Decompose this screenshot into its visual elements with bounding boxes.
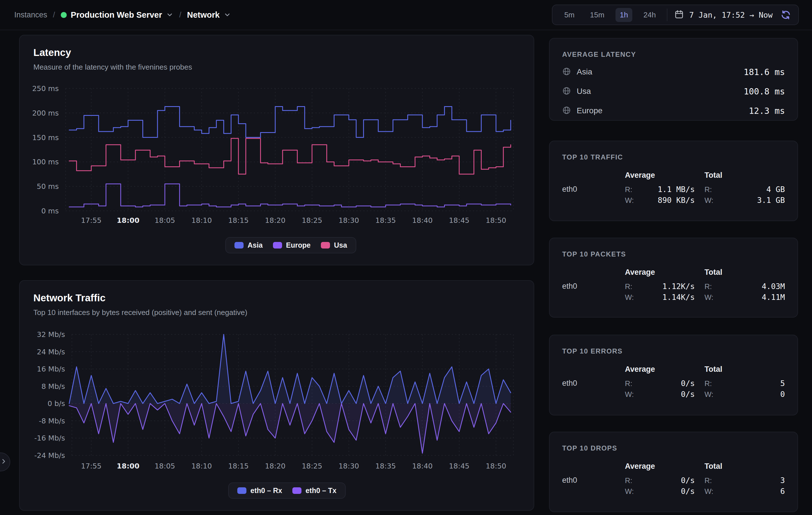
column-header-total: Total — [704, 171, 785, 183]
top10-table: Average Total eth0 R:1.12K/s R:4.03M W:1… — [562, 268, 785, 302]
rx-swatch — [237, 487, 246, 494]
legend-item-asia[interactable]: Asia — [234, 241, 263, 249]
legend-item-europe[interactable]: Europe — [273, 241, 311, 249]
top10-traffic-panel: TOP 10 TRAFFIC Average Total eth0 R:1.1 … — [549, 141, 798, 221]
instance-selector[interactable]: Production Web Server — [61, 10, 173, 20]
chevron-down-icon — [166, 11, 173, 19]
total-read: R:4.03M — [704, 282, 785, 291]
legend-item-usa[interactable]: Usa — [321, 241, 347, 249]
traffic-chart-area[interactable] — [72, 332, 515, 458]
avg-latency-row-europe: Europe 12.3 ms — [562, 105, 785, 117]
legend-item-eth0-tx[interactable]: eth0 – Tx — [292, 486, 336, 495]
breadcrumb-instances[interactable]: Instances — [14, 10, 47, 20]
latency-subtitle: Measure of the latency with the fivenine… — [33, 63, 533, 71]
panel-title: TOP 10 DROPS — [562, 444, 785, 452]
avg-write: W:890 KB/s — [625, 196, 695, 205]
breadcrumb-separator: / — [53, 10, 55, 20]
latency-value: 100.8 ms — [744, 86, 785, 96]
total-read: R:5 — [704, 379, 785, 388]
globe-icon — [562, 67, 571, 77]
controls-divider — [667, 8, 667, 21]
interface-name: eth0 — [562, 476, 615, 485]
column-header-total: Total — [704, 268, 785, 280]
range-button-1h[interactable]: 1h — [615, 8, 632, 22]
latency-chart-area[interactable] — [66, 86, 515, 214]
traffic-subtitle: Top 10 interfaces by bytes received (pos… — [33, 308, 533, 317]
calendar-icon — [674, 9, 684, 20]
latency-title: Latency — [33, 47, 533, 58]
interface-name: eth0 — [562, 185, 615, 194]
column-header-average: Average — [625, 462, 695, 474]
column-header-total: Total — [704, 462, 785, 474]
globe-icon — [562, 106, 571, 116]
traffic-legend: eth0 – Rx eth0 – Tx — [228, 483, 346, 499]
top10-table: Average Total eth0 R:1.1 MB/s R:4 GB W:8… — [562, 171, 785, 205]
date-range-picker[interactable]: 7 Jan, 17:52 → Now — [674, 9, 773, 20]
breadcrumb: Instances / Production Web Server / Netw… — [14, 10, 231, 20]
date-range-text: 7 Jan, 17:52 → Now — [689, 10, 773, 20]
top10-table: Average Total eth0 R:0/s R:3 W:0/s W:6 — [562, 462, 785, 496]
interface-name: eth0 — [562, 282, 615, 291]
range-button-24h[interactable]: 24h — [639, 8, 660, 22]
legend-item-eth0-rx[interactable]: eth0 – Rx — [237, 486, 282, 495]
total-write: W:0 — [704, 390, 785, 399]
total-write: W:4.11M — [704, 293, 785, 302]
range-button-5m[interactable]: 5m — [560, 8, 579, 22]
latency-value: 12.3 ms — [749, 106, 785, 116]
avg-write: W:1.14K/s — [625, 293, 695, 302]
top10-errors-panel: TOP 10 ERRORS Average Total eth0 R:0/s R… — [549, 335, 798, 416]
total-read: R:4 GB — [704, 185, 785, 194]
column-header-total: Total — [704, 365, 785, 377]
chevron-down-icon — [224, 11, 231, 19]
avg-read: R:1.1 MB/s — [625, 185, 695, 194]
avg-latency-row-usa: Usa 100.8 ms — [562, 85, 785, 97]
interface-name: eth0 — [562, 379, 615, 388]
usa-swatch — [321, 242, 330, 249]
column-header-average: Average — [625, 171, 695, 183]
refresh-button[interactable] — [781, 10, 791, 20]
panel-title: TOP 10 PACKETS — [562, 250, 785, 258]
time-controls: 5m 15m 1h 24h 7 Jan, 17:52 → Now — [552, 5, 799, 25]
total-write: W:3.1 GB — [704, 196, 785, 205]
avg-write: W:0/s — [625, 390, 695, 399]
breadcrumb-separator: / — [179, 10, 181, 20]
section-selector[interactable]: Network — [187, 10, 231, 20]
traffic-title: Network Traffic — [33, 292, 533, 304]
latency-value: 181.6 ms — [744, 67, 785, 77]
panel-title: TOP 10 TRAFFIC — [562, 153, 785, 161]
column-header-average: Average — [625, 365, 695, 377]
asia-swatch — [234, 242, 243, 249]
top10-packets-panel: TOP 10 PACKETS Average Total eth0 R:1.12… — [549, 238, 798, 318]
avg-write: W:0/s — [625, 487, 695, 496]
section-name: Network — [187, 10, 220, 20]
topbar: Instances / Production Web Server / Netw… — [0, 0, 812, 30]
panel-title: TOP 10 ERRORS — [562, 347, 785, 355]
avg-read: R:1.12K/s — [625, 282, 695, 291]
average-latency-panel: AVERAGE LATENCY Asia 181.6 ms Usa 100.8 … — [549, 38, 798, 121]
instance-name: Production Web Server — [71, 10, 162, 20]
instance-status-dot — [61, 12, 67, 18]
avg-latency-row-asia: Asia 181.6 ms — [562, 66, 785, 78]
avg-read: R:0/s — [625, 476, 695, 485]
tx-swatch — [292, 487, 301, 494]
avg-read: R:0/s — [625, 379, 695, 388]
total-read: R:3 — [704, 476, 785, 485]
range-button-15m[interactable]: 15m — [586, 8, 609, 22]
top10-drops-panel: TOP 10 DROPS Average Total eth0 R:0/s R:… — [549, 432, 798, 512]
chevron-right-icon — [0, 458, 7, 466]
total-write: W:6 — [704, 487, 785, 496]
panel-title: AVERAGE LATENCY — [562, 51, 785, 58]
europe-swatch — [273, 242, 282, 249]
latency-legend: Asia Europe Usa — [225, 237, 356, 253]
sidebar-expand-button[interactable] — [0, 453, 10, 471]
globe-icon — [562, 86, 571, 96]
column-header-average: Average — [625, 268, 695, 280]
top10-table: Average Total eth0 R:0/s R:5 W:0/s W:0 — [562, 365, 785, 399]
